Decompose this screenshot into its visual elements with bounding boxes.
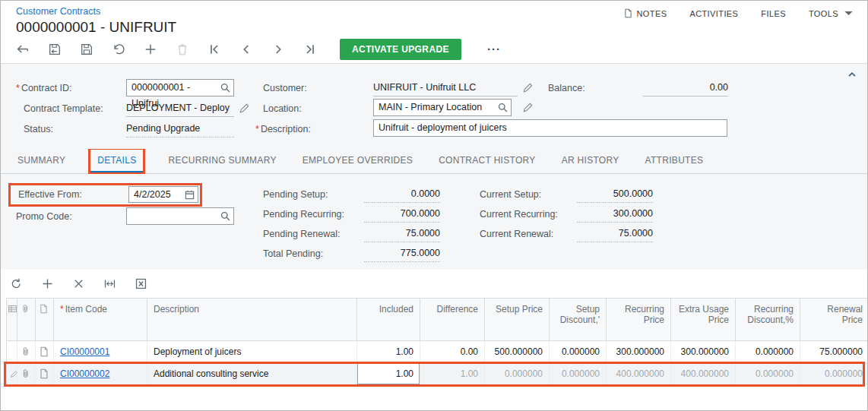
tools-menu-button[interactable]: TOOLS <box>809 8 854 18</box>
refresh-button[interactable] <box>10 277 23 290</box>
description-cell[interactable]: Deployment of juicers <box>147 341 357 363</box>
total-pending-value: 775.0000 <box>364 245 440 262</box>
renewal-price-cell[interactable]: 0.000000 <box>800 363 868 385</box>
renewal-price-cell[interactable]: 75.000000 <box>800 341 868 363</box>
files-column-header[interactable] <box>17 299 36 341</box>
pencil-icon[interactable] <box>239 103 250 114</box>
current-setup-value: 500.0000 <box>577 185 653 203</box>
notes-label: NOTES <box>637 9 667 18</box>
grid-row-1[interactable]: CI00000001 Deployment of juicers 1.00 0.… <box>7 341 868 363</box>
row-settings-header[interactable] <box>7 299 17 341</box>
effective-from-field[interactable]: 4/2/2025 <box>128 186 198 203</box>
column-header-recurring-discount[interactable]: Recurring Discount,% <box>736 299 800 341</box>
column-header-recurring-price[interactable]: Recurring Price <box>607 299 671 341</box>
recurring-price-cell[interactable]: 300.000000 <box>607 341 671 363</box>
trash-icon <box>176 43 189 56</box>
promo-code-field[interactable] <box>126 207 234 225</box>
row-files-cell[interactable] <box>17 363 36 385</box>
difference-cell[interactable]: 1.00 <box>420 363 485 385</box>
column-header-item-code[interactable]: *Item Code <box>54 299 147 341</box>
contract-id-field[interactable]: 0000000001 - Unifrui <box>126 79 234 96</box>
pending-setup-value: 0.0000 <box>364 185 440 203</box>
fit-columns-button[interactable] <box>103 277 116 290</box>
next-record-button[interactable] <box>271 43 285 56</box>
calendar-icon[interactable] <box>184 189 195 201</box>
search-icon[interactable] <box>220 82 231 93</box>
more-actions-button[interactable]: ··· <box>487 43 501 55</box>
grid-row-2[interactable]: CI00000002 Additional consulting service… <box>7 363 868 385</box>
tab-recurring-summary[interactable]: RECURRING SUMMARY <box>166 149 277 173</box>
tab-contract-history[interactable]: CONTRACT HISTORY <box>437 149 537 173</box>
export-excel-button[interactable] <box>135 277 147 290</box>
row-notes-cell[interactable] <box>36 363 54 385</box>
recurring-price-cell[interactable]: 400.000000 <box>607 363 671 385</box>
item-code-cell[interactable]: CI00000001 <box>54 341 147 363</box>
column-header-included[interactable]: Included <box>357 299 420 341</box>
files-button[interactable]: FILES <box>761 9 786 18</box>
column-header-setup-discount[interactable]: Setup Discount,' <box>550 299 607 341</box>
delete-button[interactable] <box>176 43 189 56</box>
delete-row-button[interactable] <box>72 277 85 290</box>
location-label: Location: <box>263 100 302 117</box>
pencil-icon[interactable] <box>522 82 534 93</box>
recurring-discount-cell[interactable]: 0.000000 <box>736 363 800 385</box>
tab-employee-overrides[interactable]: EMPLOYEE OVERRIDES <box>301 149 414 173</box>
item-code-link[interactable]: CI00000001 <box>60 346 109 357</box>
recurring-discount-cell[interactable]: 0.000000 <box>736 341 800 363</box>
setup-discount-cell[interactable]: 0.000000 <box>550 363 607 385</box>
note-icon <box>39 304 49 314</box>
back-button[interactable] <box>16 43 30 56</box>
tools-label: TOOLS <box>809 9 838 18</box>
included-cell[interactable]: 1.00 <box>357 341 420 363</box>
last-record-button[interactable] <box>303 43 317 56</box>
save-button[interactable] <box>80 43 93 56</box>
pencil-icon[interactable] <box>522 102 534 113</box>
item-code-cell[interactable]: CI00000002 <box>54 363 147 385</box>
notes-button[interactable]: NOTES <box>623 8 667 18</box>
tab-summary[interactable]: SUMMARY <box>16 149 67 173</box>
contract-template-field[interactable]: DEPLOYMENT - Deploy <box>126 100 234 117</box>
search-icon[interactable] <box>220 210 231 222</box>
grid-settings-icon <box>8 304 17 314</box>
tab-details[interactable]: DETAILS <box>90 149 144 173</box>
included-cell[interactable]: 1.00 <box>357 363 420 385</box>
notes-column-header[interactable] <box>36 299 54 341</box>
note-icon <box>39 368 49 379</box>
location-field[interactable]: MAIN - Primary Location <box>373 99 512 116</box>
customer-field[interactable]: UNIFRUIT - Unifruit LLC <box>373 79 518 96</box>
row-indicator-cell <box>7 363 17 385</box>
cancel-button[interactable] <box>112 43 125 56</box>
setup-discount-cell[interactable]: 0.000000 <box>550 341 607 363</box>
setup-price-cell[interactable]: 500.000000 <box>485 341 550 363</box>
total-pending-label: Total Pending: <box>263 245 323 262</box>
tab-ar-history[interactable]: AR HISTORY <box>560 149 621 173</box>
description-field[interactable]: Unifruit - deployment of juicers <box>373 119 727 137</box>
description-cell[interactable]: Additional consulting service <box>147 363 357 385</box>
column-header-setup-price[interactable]: Setup Price <box>485 299 550 341</box>
activities-button[interactable]: ACTIVITIES <box>689 9 738 18</box>
balance-label: Balance: <box>548 80 585 96</box>
first-record-button[interactable] <box>207 43 221 56</box>
save-close-button[interactable] <box>48 43 62 56</box>
row-notes-cell[interactable] <box>36 341 54 363</box>
column-header-renewal-price[interactable]: Renewal Price <box>800 299 868 341</box>
extra-usage-price-cell[interactable]: 400.000000 <box>671 363 736 385</box>
column-header-description[interactable]: Description <box>147 299 357 341</box>
extra-usage-price-cell[interactable]: 300.000000 <box>671 341 736 363</box>
activate-upgrade-button[interactable]: ACTIVATE UPGRADE <box>340 39 461 60</box>
search-icon[interactable] <box>497 102 508 113</box>
difference-cell[interactable]: 0.00 <box>420 341 485 363</box>
pending-recurring-value: 700.0000 <box>364 205 440 223</box>
insert-button[interactable] <box>144 43 157 56</box>
item-code-link[interactable]: CI00000002 <box>60 368 109 379</box>
column-header-extra-usage-price[interactable]: Extra Usage Price <box>671 299 736 341</box>
contract-items-grid: *Item Code Description Included Differen… <box>6 298 868 385</box>
collapse-panel-icon[interactable] <box>847 69 857 80</box>
note-icon <box>623 8 633 18</box>
column-header-difference[interactable]: Difference <box>420 299 485 341</box>
row-files-cell[interactable] <box>17 341 36 363</box>
tab-attributes[interactable]: ATTRIBUTES <box>644 149 705 173</box>
previous-record-button[interactable] <box>239 43 253 56</box>
setup-price-cell[interactable]: 0.000000 <box>485 363 550 385</box>
add-row-button[interactable] <box>41 277 54 290</box>
